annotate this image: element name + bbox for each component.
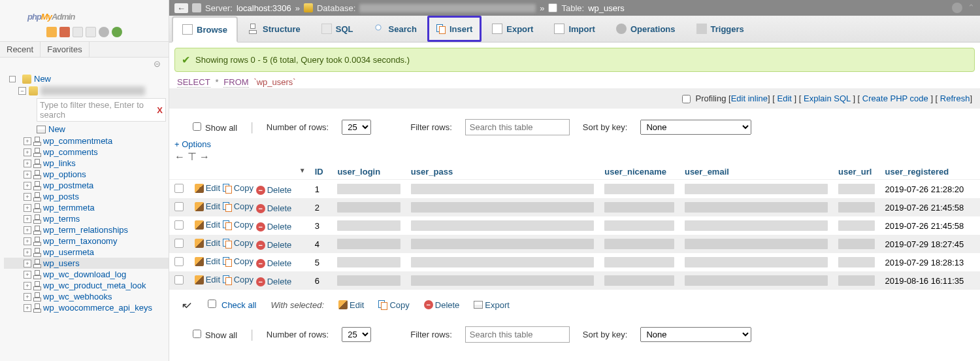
bulk-export[interactable]: Export: [474, 300, 510, 310]
crumb-server[interactable]: localhost:3306: [237, 3, 291, 13]
col-user_nicename[interactable]: user_nicename: [599, 164, 679, 180]
structure-icon[interactable]: [33, 281, 42, 290]
expand-icon[interactable]: +: [24, 260, 31, 267]
move-right-icon[interactable]: →: [199, 151, 210, 163]
create-php-link[interactable]: Create PHP code: [862, 94, 928, 103]
structure-icon[interactable]: [33, 203, 42, 213]
expand-icon[interactable]: +: [24, 193, 31, 201]
collapse-icon[interactable]: −: [18, 87, 26, 95]
logo[interactable]: phpMyAdmin: [0, 0, 169, 26]
tree-table-wp_options[interactable]: + wp_options: [4, 169, 169, 180]
settings-icon[interactable]: [99, 27, 109, 37]
tree-table-wp_links[interactable]: + wp_links: [4, 158, 169, 169]
move-anchor-icon[interactable]: ⊤: [188, 150, 197, 163]
row-copy[interactable]: Copy: [223, 275, 253, 284]
check-all-label[interactable]: Check all: [208, 300, 256, 310]
bulk-copy[interactable]: Copy: [378, 300, 409, 310]
expand-icon[interactable]: +: [24, 304, 31, 312]
bulk-delete[interactable]: −Delete: [424, 300, 460, 310]
structure-icon[interactable]: [33, 170, 42, 179]
structure-icon[interactable]: [33, 192, 42, 201]
show-all-label-b[interactable]: Show all: [193, 330, 237, 340]
tree-table-wp_users[interactable]: + wp_users: [4, 258, 169, 269]
tree-table-wp_term_taxonomy[interactable]: + wp_term_taxonomy: [4, 235, 169, 247]
row-edit[interactable]: Edit: [195, 238, 220, 248]
logout-icon[interactable]: [59, 27, 70, 37]
filter-placeholder[interactable]: Type to filter these, Enter to search: [40, 100, 157, 120]
row-checkbox[interactable]: [174, 184, 184, 193]
structure-icon[interactable]: [33, 137, 42, 146]
structure-icon[interactable]: [33, 292, 42, 301]
tree-table-wp_usermeta[interactable]: + wp_usermeta: [4, 247, 169, 258]
check-all-checkbox[interactable]: [208, 300, 216, 308]
tree-table-wp_commentmeta[interactable]: + wp_commentmeta: [4, 135, 169, 146]
structure-icon[interactable]: [33, 270, 42, 279]
structure-icon[interactable]: [33, 215, 42, 224]
row-delete[interactable]: −Delete: [256, 240, 292, 250]
show-all-checkbox[interactable]: [193, 122, 201, 131]
structure-icon[interactable]: [33, 259, 42, 268]
tree-table-wp_woocommerce_api_keys[interactable]: + wp_woocommerce_api_keys: [4, 302, 169, 313]
reload-icon[interactable]: [112, 27, 122, 37]
row-copy[interactable]: Copy: [223, 183, 253, 193]
num-rows-select[interactable]: 25: [342, 120, 371, 135]
col-user_pass[interactable]: user_pass: [406, 164, 599, 180]
tree-new-table[interactable]: New: [4, 123, 169, 135]
tree-db-current[interactable]: −: [4, 85, 169, 97]
expand-icon[interactable]: +: [24, 226, 31, 234]
row-edit[interactable]: Edit: [195, 275, 220, 284]
refresh-link[interactable]: Refresh: [940, 94, 970, 103]
expand-icon[interactable]: +: [24, 282, 31, 290]
row-delete[interactable]: −Delete: [256, 185, 292, 195]
crumb-table[interactable]: wp_users: [588, 3, 625, 13]
tree-table-wp_terms[interactable]: + wp_terms: [4, 213, 169, 224]
tab-insert[interactable]: Insert: [427, 16, 482, 42]
sort-key-select-b[interactable]: None: [640, 327, 751, 342]
edit-inline-link[interactable]: Edit inline: [731, 94, 768, 103]
options-toggle[interactable]: + Options: [169, 139, 980, 149]
col-user_login[interactable]: user_login: [332, 164, 405, 180]
expand-icon[interactable]: +: [24, 249, 31, 256]
tree-table-wp_wc_product_meta_look[interactable]: + wp_wc_product_meta_look: [4, 280, 169, 291]
sort-indicator-icon[interactable]: ▼: [299, 167, 306, 174]
structure-icon[interactable]: [33, 248, 42, 257]
page-settings-icon[interactable]: [952, 3, 962, 13]
row-delete[interactable]: −Delete: [256, 222, 292, 232]
home-icon[interactable]: [46, 27, 57, 37]
expand-icon[interactable]: +: [24, 237, 31, 245]
row-copy[interactable]: Copy: [223, 256, 253, 266]
expand-icon[interactable]: +: [24, 293, 31, 301]
expand-icon[interactable]: +: [24, 182, 31, 190]
explain-link[interactable]: Explain SQL: [804, 94, 851, 103]
structure-icon[interactable]: [33, 303, 42, 313]
structure-icon[interactable]: [33, 226, 42, 235]
tab-recent[interactable]: Recent: [0, 42, 41, 57]
tab-browse[interactable]: Browse: [172, 16, 238, 43]
expand-icon[interactable]: +: [24, 215, 31, 223]
row-copy[interactable]: Copy: [223, 201, 253, 211]
tree-table-wp_termmeta[interactable]: + wp_termmeta: [4, 202, 169, 213]
row-delete[interactable]: −Delete: [256, 258, 292, 268]
edit-link[interactable]: Edit: [777, 94, 792, 103]
row-copy[interactable]: Copy: [223, 220, 253, 230]
row-edit[interactable]: Edit: [195, 201, 220, 211]
expand-icon[interactable]: +: [24, 137, 31, 145]
filter-input-b[interactable]: [465, 326, 570, 343]
tab-favorites[interactable]: Favorites: [41, 42, 89, 57]
collapse-handle[interactable]: ⊝: [0, 58, 169, 70]
bulk-edit[interactable]: Edit: [338, 300, 364, 310]
tab-sql[interactable]: SQL: [311, 16, 364, 42]
tree-table-wp_wc_download_log[interactable]: + wp_wc_download_log: [4, 269, 169, 280]
structure-icon[interactable]: [33, 181, 42, 190]
clear-filter-icon[interactable]: X: [157, 105, 163, 115]
show-all-checkbox-b[interactable]: [193, 330, 201, 338]
expand-icon[interactable]: +: [24, 271, 31, 279]
expand-icon[interactable]: +: [24, 204, 31, 212]
tree-table-wp_posts[interactable]: + wp_posts: [4, 191, 169, 202]
tree-table-wp_wc_webhooks[interactable]: + wp_wc_webhooks: [4, 291, 169, 302]
tab-triggers[interactable]: Triggers: [686, 16, 755, 42]
num-rows-select-b[interactable]: 25: [342, 327, 371, 342]
row-checkbox[interactable]: [174, 220, 184, 230]
move-left-icon[interactable]: ←: [174, 151, 185, 163]
structure-icon[interactable]: [33, 159, 42, 168]
